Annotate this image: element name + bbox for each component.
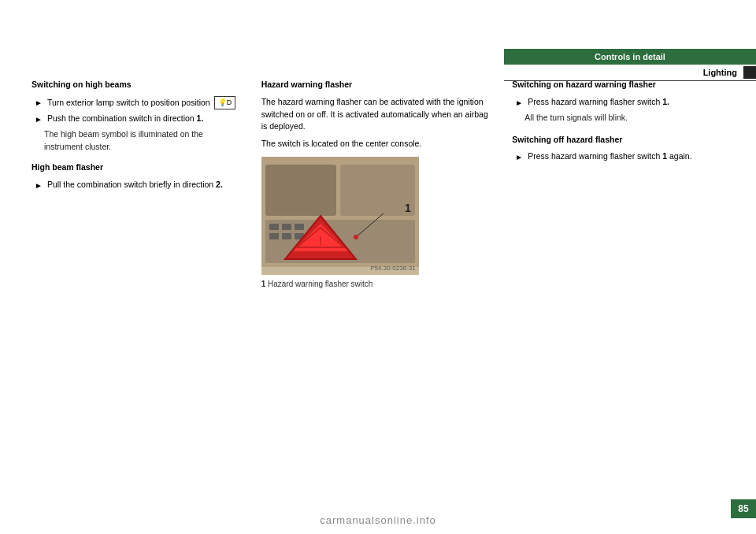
header-bar: Controls in detail Lighting bbox=[504, 49, 756, 81]
bullet-text-3: Pull the combination switch briefly in d… bbox=[47, 179, 244, 191]
indent-text-1: The high beam symbol is illuminated on t… bbox=[44, 128, 244, 154]
right-bullet-text-2: Press hazard warning flasher switch 1 ag… bbox=[528, 150, 724, 163]
watermark: carmanualsonline.info bbox=[320, 514, 435, 526]
svg-rect-1 bbox=[265, 165, 336, 216]
high-beam-flasher-title: High beam flasher bbox=[32, 161, 244, 174]
right-num-1: 1. bbox=[662, 97, 669, 106]
hazard-image-container: ! 1 P54.30-0236-31 bbox=[261, 157, 419, 275]
dashboard-svg: ! bbox=[261, 157, 419, 267]
bullet-item-2: ► Push the combination switch in directi… bbox=[35, 113, 244, 125]
section-marker bbox=[743, 66, 756, 79]
middle-column: Hazard warning flasher The hazard warnin… bbox=[252, 79, 505, 487]
left-column: Switching on high beams ► Turn exterior … bbox=[32, 79, 252, 487]
direction-num-2: 2. bbox=[216, 180, 223, 189]
svg-rect-5 bbox=[282, 224, 291, 230]
svg-rect-2 bbox=[340, 165, 415, 216]
photo-ref: P54.30-0236-31 bbox=[370, 264, 415, 273]
right-indent-1: All the turn signals will blink. bbox=[524, 112, 724, 124]
svg-text:!: ! bbox=[318, 235, 322, 247]
callout-1: 1 bbox=[405, 200, 411, 217]
bullet-arrow-3: ► bbox=[35, 180, 43, 191]
hazard-para-2: The switch is located on the center cons… bbox=[261, 138, 495, 150]
lighting-label: Lighting bbox=[703, 68, 737, 77]
caption-number: 1 bbox=[261, 280, 266, 288]
svg-rect-6 bbox=[295, 224, 304, 230]
bullet-text-2: Push the combination switch in direction… bbox=[47, 113, 244, 125]
direction-num-1: 1. bbox=[197, 113, 204, 123]
right-arrow-2: ► bbox=[515, 151, 523, 163]
image-caption: 1 Hazard warning flasher switch bbox=[261, 278, 423, 290]
controls-detail-tab: Controls in detail bbox=[504, 49, 756, 65]
hazard-warning-title: Hazard warning flasher bbox=[261, 79, 495, 91]
right-column: Switching on hazard warning flasher ► Pr… bbox=[504, 79, 724, 487]
bullet-item-1: ► Turn exterior lamp switch to position … bbox=[35, 96, 244, 110]
right-arrow-1: ► bbox=[515, 97, 523, 109]
hazard-para-1: The hazard warning flasher can be activa… bbox=[261, 96, 495, 133]
switching-off-title: Switching off hazard flasher bbox=[512, 134, 724, 146]
hazard-image-wrapper: ! 1 P54.30-0236-31 1 Hazard warning flas… bbox=[261, 157, 423, 290]
bullet-text-1: Turn exterior lamp switch to position po… bbox=[47, 96, 244, 110]
switching-on-title: Switching on hazard warning flasher bbox=[512, 79, 724, 91]
caption-text: Hazard warning flasher switch bbox=[268, 280, 372, 288]
svg-rect-8 bbox=[282, 233, 291, 239]
bullet-item-3: ► Pull the combination switch briefly in… bbox=[35, 179, 244, 191]
right-num-2: 1 bbox=[662, 151, 667, 161]
svg-rect-4 bbox=[269, 224, 279, 230]
svg-point-15 bbox=[354, 235, 358, 239]
content-area: Switching on high beams ► Turn exterior … bbox=[32, 79, 724, 487]
right-bullet-1: ► Press hazard warning flasher switch 1. bbox=[515, 96, 724, 109]
svg-rect-7 bbox=[269, 233, 279, 239]
right-bullet-text-1: Press hazard warning flasher switch 1. bbox=[528, 96, 724, 109]
bullet-arrow-2: ► bbox=[35, 113, 43, 125]
right-bullet-2: ► Press hazard warning flasher switch 1 … bbox=[515, 150, 724, 163]
high-beams-title: Switching on high beams bbox=[32, 79, 244, 91]
position-icon: 💡D bbox=[214, 96, 236, 110]
page-number: 85 bbox=[731, 499, 756, 518]
bullet-arrow-1: ► bbox=[35, 97, 43, 109]
